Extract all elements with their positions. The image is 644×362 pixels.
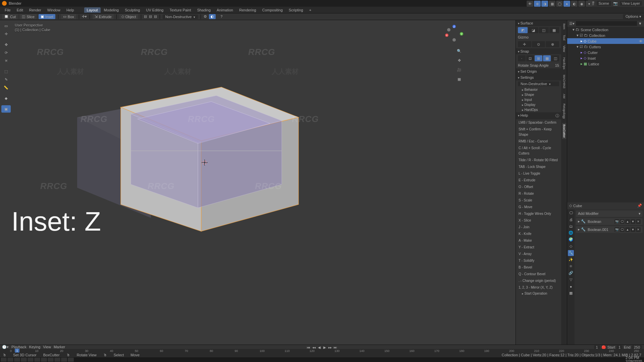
tab-tool[interactable]: Tool [562,34,566,42]
xray-icon[interactable]: ▦ [549,1,555,7]
menu-window[interactable]: Window [45,7,63,13]
shade-dropdown-icon[interactable]: ▾ [586,1,592,7]
camera-icon[interactable]: 🎥 [455,66,463,74]
surface-btn-3[interactable]: ◫ [539,27,549,33]
tab-uv[interactable]: UV Editing [143,7,166,13]
add-modifier[interactable]: Add Modifier▾ [576,210,643,217]
filter-icon[interactable]: ▼ [638,21,642,25]
cursor-icon[interactable]: ✛▾ [82,14,87,19]
sub-shape[interactable]: Shape [516,92,561,97]
gear-icon[interactable]: ⚙ [204,14,207,19]
menu-edit[interactable]: Edit [14,7,26,13]
surface-btn-2[interactable]: ◪ [528,27,538,33]
task-8[interactable] [54,358,60,362]
tool-object[interactable]: ◇Object [119,14,138,19]
mod-cam-icon[interactable]: 📷 [614,219,619,224]
tab-add[interactable]: + [307,7,314,13]
surface-btn-1[interactable]: ◩ [518,27,528,33]
gizmo-btn-1[interactable]: ✛ [518,41,531,47]
visibility-icon[interactable]: 👁 [527,1,533,7]
tool-boxcutter[interactable]: ▣ [1,105,11,113]
task-9[interactable] [61,358,67,362]
section-help[interactable]: Helpⓘ [516,112,561,119]
tab-boxcutter[interactable]: BoxCutter [562,123,566,139]
menu-file[interactable]: File [2,7,13,13]
tab-rendering[interactable]: Rendering [236,7,259,13]
shade-solid-icon[interactable]: ● [564,1,570,7]
mod-cam-icon[interactable]: 📷 [614,227,619,232]
viewlayer-dropdown[interactable]: View Layer [620,1,642,6]
task-7[interactable] [48,358,54,362]
outliner-scene[interactable]: ▾ 🗀 Scene Collection [567,27,644,33]
start-icon[interactable] [1,358,7,362]
rotate-snap-value[interactable]: 15 [555,63,559,67]
tab-am[interactable]: AM [562,93,566,100]
mode-toggle[interactable]: ◐ [209,14,216,19]
ptab-constraints[interactable]: 🔗 [568,270,574,276]
menu-render[interactable]: Render [26,7,44,13]
tool-cut[interactable]: 🔲Cut [2,14,18,19]
pin-icon[interactable]: 📌 [637,203,642,208]
tab-hardops[interactable]: HardOps [562,56,566,71]
settings-mode-dropdown[interactable]: Non-Destructive [518,81,559,86]
sub-input[interactable]: Input [516,97,561,102]
modifier-boolean[interactable]: ▸ 🔧 Boolean 📷🖵▲▼✕ [576,218,643,225]
surface-btn-4[interactable]: ▦ [549,27,559,33]
ptab-viewlayer[interactable]: 🗂 [568,223,574,229]
playhead[interactable]: 1 [15,349,19,353]
task-1[interactable] [7,358,13,362]
task-5[interactable] [34,358,40,362]
mod-up-icon[interactable]: ▲ [625,227,630,232]
gizmo-toggle-icon[interactable]: ⊕ [534,1,541,7]
tl-view[interactable]: View [43,345,51,349]
task-6[interactable] [41,358,47,362]
tool-transform[interactable]: ⬚ [1,68,11,75]
gizmo-btn-3[interactable]: ⊕ [546,41,559,47]
ptab-scene[interactable]: 🌐 [568,230,574,236]
overlay-toggle-icon[interactable]: ◑ [541,1,548,7]
snap-btn-5[interactable]: ◫ [551,55,559,61]
snap-btn-2[interactable]: ⊡ [526,55,534,61]
tool-extrude[interactable]: ⇲Extrude [93,14,114,19]
pan-icon[interactable]: ✥ [455,56,463,64]
snap-btn-1[interactable]: · [518,55,526,61]
tab-shading[interactable]: Shading [195,7,213,13]
menu-help[interactable]: Help [64,7,77,13]
tool-cursor[interactable]: ✛ [1,30,11,38]
task-3[interactable] [21,358,27,362]
mod-disp-icon[interactable]: 🖵 [620,219,625,224]
tool-annotate[interactable]: ✎ [1,76,11,83]
axis-icon-x[interactable]: ⊟ [144,14,147,19]
tab-animation[interactable]: Animation [214,7,236,13]
ptab-texture[interactable]: ▩ [568,290,574,296]
snap-btn-3[interactable]: ⊞ [535,55,542,61]
sub-hardops[interactable]: HardOps [516,107,561,112]
mod-up-icon[interactable]: ▲ [625,219,630,224]
tab-retopo[interactable]: Retopology [562,102,566,120]
tool-slice[interactable]: ◫Slice [20,14,37,19]
start-operation[interactable]: Start Operation [516,291,561,296]
shade-matprev-icon[interactable]: ◐ [571,1,578,7]
mod-down-icon[interactable]: ▼ [631,219,635,224]
gizmo-btn-2[interactable]: ⊙ [532,41,545,47]
tl-marker[interactable]: Marker [54,345,65,349]
section-setorigin[interactable]: Set Origin [516,68,561,74]
outliner-cutter[interactable]: ▸ ◇ Cutter [567,50,644,55]
ptab-object[interactable]: ◇ [568,243,574,249]
axis-icon-z[interactable]: ⊟ [154,14,157,19]
axis-icon-y[interactable]: ⊟ [149,14,152,19]
mod-del-icon[interactable]: ✕ [636,219,641,224]
mode-dropdown[interactable]: Non-Destructive [163,14,198,19]
outliner-search[interactable] [576,21,637,26]
mod-down-icon[interactable]: ▼ [631,227,635,232]
ptab-modifiers[interactable]: 🔧 [568,250,574,256]
tool-move[interactable]: ✥ [1,41,11,48]
sub-behavior[interactable]: Behavior [516,87,561,92]
section-settings[interactable]: Settings [516,74,561,80]
task-4[interactable] [28,358,34,362]
tool-inset[interactable]: ▣Inset [39,14,55,19]
scene-dropdown[interactable]: Scene [597,1,611,6]
help-icon[interactable]: ？ [220,14,223,19]
ptab-physics[interactable]: ⚛ [568,263,574,269]
tool-measure[interactable]: 📏 [1,84,11,91]
